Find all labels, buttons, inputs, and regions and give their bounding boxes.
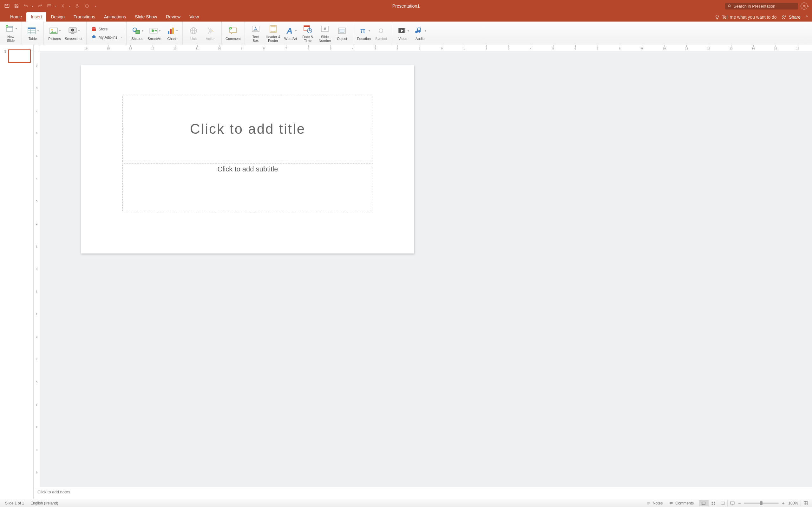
svg-rect-21 — [28, 27, 36, 29]
header-footer-label: Header & Footer — [266, 35, 281, 43]
table-icon — [27, 26, 37, 36]
subtitle-placeholder-text: Click to add subtitle — [217, 165, 278, 173]
status-slide-count[interactable]: Slide 1 of 1 — [2, 501, 27, 505]
video-button[interactable]: ▾ Video — [395, 23, 411, 43]
status-notes-button[interactable]: Notes — [643, 501, 666, 505]
title-placeholder[interactable]: Click to add title — [122, 96, 373, 162]
new-slide-icon — [5, 24, 15, 34]
new-slide-button[interactable]: ▾ New Slide — [3, 23, 19, 43]
comment-button[interactable]: Comment — [224, 23, 242, 43]
thumbnail-1[interactable] — [8, 49, 31, 63]
tab-slide-show[interactable]: Slide Show — [131, 12, 161, 21]
account-icon[interactable] — [801, 3, 808, 9]
pictures-button[interactable]: ▾ Pictures — [46, 23, 63, 43]
document-title: Presentation1 — [392, 3, 420, 9]
object-icon — [337, 26, 347, 36]
insert-slide-icon[interactable] — [45, 2, 54, 10]
record-icon[interactable] — [83, 2, 91, 10]
symbol-label: Symbol — [375, 37, 387, 41]
svg-rect-38 — [170, 29, 171, 34]
zoom-level[interactable]: 100% — [786, 501, 801, 505]
tab-view[interactable]: View — [185, 12, 203, 21]
screenshot-icon — [67, 26, 78, 36]
status-language[interactable]: English (Ireland) — [27, 501, 61, 505]
wordart-label: WordArt — [284, 37, 297, 41]
view-sorter-button[interactable] — [708, 500, 718, 506]
my-addins-button[interactable]: My Add-ins ▾ — [90, 34, 123, 41]
status-comments-button[interactable]: Comments — [666, 501, 697, 505]
save-icon[interactable] — [12, 2, 21, 10]
notes-pane[interactable]: Click to add notes — [34, 487, 812, 499]
zoom-slider-knob[interactable] — [760, 501, 763, 505]
autosave-icon[interactable] — [3, 2, 11, 10]
equation-button[interactable]: π▾ Equation — [356, 23, 372, 43]
svg-text:Ω: Ω — [378, 27, 384, 35]
undo-icon[interactable] — [21, 2, 31, 10]
action-button[interactable]: Action — [202, 23, 219, 43]
zoom-out-button[interactable]: − — [737, 501, 742, 506]
ribbon-tabs: Home Insert Design Transitions Animation… — [0, 12, 812, 21]
comment-label: Comment — [225, 37, 241, 41]
tab-design[interactable]: Design — [46, 12, 69, 21]
date-time-button[interactable]: Date & Time — [299, 23, 316, 43]
tab-animations[interactable]: Animations — [100, 12, 131, 21]
redo-icon[interactable] — [36, 2, 44, 10]
view-normal-button[interactable] — [699, 500, 708, 506]
link-button[interactable]: Link — [185, 23, 202, 43]
svg-rect-75 — [714, 504, 715, 504]
cut-dropdown[interactable]: ▾ — [68, 5, 71, 8]
slide-number-button[interactable]: # Slide Number — [316, 23, 333, 43]
fit-to-window-button[interactable] — [801, 500, 810, 506]
svg-rect-36 — [155, 30, 157, 32]
slide-canvas[interactable]: Click to add title Click to add subtitle — [81, 65, 414, 253]
screenshot-button[interactable]: ▾ Screenshot — [63, 23, 84, 43]
zoom-in-button[interactable]: + — [780, 501, 786, 506]
view-normal-icon — [701, 501, 706, 506]
store-icon — [91, 26, 97, 32]
screenshot-label: Screenshot — [65, 37, 83, 41]
undo-dropdown[interactable]: ▾ — [31, 5, 34, 8]
smartart-button[interactable]: ▾ SmartArt — [146, 23, 163, 43]
header-footer-button[interactable]: Header & Footer — [264, 23, 282, 43]
thumbnail-row[interactable]: 1 — [3, 49, 31, 63]
touch-icon[interactable] — [73, 2, 82, 10]
video-icon — [397, 26, 407, 36]
chart-button[interactable]: ▾ Chart — [163, 23, 180, 43]
audio-button[interactable]: ▾ Audio — [412, 23, 428, 43]
view-reading-button[interactable] — [718, 500, 727, 506]
object-button[interactable]: Object — [334, 23, 350, 43]
svg-point-27 — [51, 29, 53, 31]
symbol-button[interactable]: Ω Symbol — [373, 23, 389, 43]
insert-slide-dropdown[interactable]: ▾ — [55, 5, 57, 8]
view-slideshow-button[interactable] — [727, 500, 737, 506]
search-box[interactable] — [725, 3, 798, 9]
shapes-button[interactable]: ▾ Shapes — [129, 23, 146, 43]
account-dropdown[interactable]: ▾ — [808, 5, 809, 8]
table-button[interactable]: ▾ Table — [24, 23, 41, 43]
subtitle-placeholder[interactable]: Click to add subtitle — [122, 164, 373, 211]
store-button[interactable]: Store — [90, 26, 123, 33]
slide-thumbnails-pane[interactable]: 1 — [0, 45, 34, 499]
slide-number-icon: # — [320, 24, 330, 34]
tab-insert[interactable]: Insert — [26, 12, 46, 21]
tab-transitions[interactable]: Transitions — [69, 12, 100, 21]
audio-label: Audio — [415, 37, 424, 41]
cut-icon[interactable] — [59, 2, 68, 10]
table-label: Table — [29, 37, 37, 41]
tab-home[interactable]: Home — [6, 12, 26, 21]
tell-me-search[interactable]: Tell me what you want to do — [714, 14, 777, 20]
slide-stage[interactable]: Click to add title Click to add subtitle — [40, 51, 812, 487]
canvas-area: 1615141312111098765432101234567891011121… — [34, 45, 812, 499]
svg-rect-65 — [398, 28, 399, 33]
wordart-button[interactable]: A▾ WordArt — [282, 23, 299, 43]
text-box-button[interactable]: A Text Box — [247, 23, 264, 43]
share-button[interactable]: Share — [781, 14, 801, 20]
qat-customize-dropdown[interactable]: ▾ — [95, 5, 97, 8]
svg-point-8 — [85, 4, 89, 8]
zoom-slider[interactable] — [744, 503, 779, 504]
notes-placeholder-text: Click to add notes — [38, 490, 70, 494]
search-input[interactable] — [734, 4, 796, 9]
tab-review[interactable]: Review — [161, 12, 185, 21]
link-label: Link — [190, 37, 197, 41]
collapse-ribbon-icon[interactable]: ⌃ — [805, 14, 809, 20]
